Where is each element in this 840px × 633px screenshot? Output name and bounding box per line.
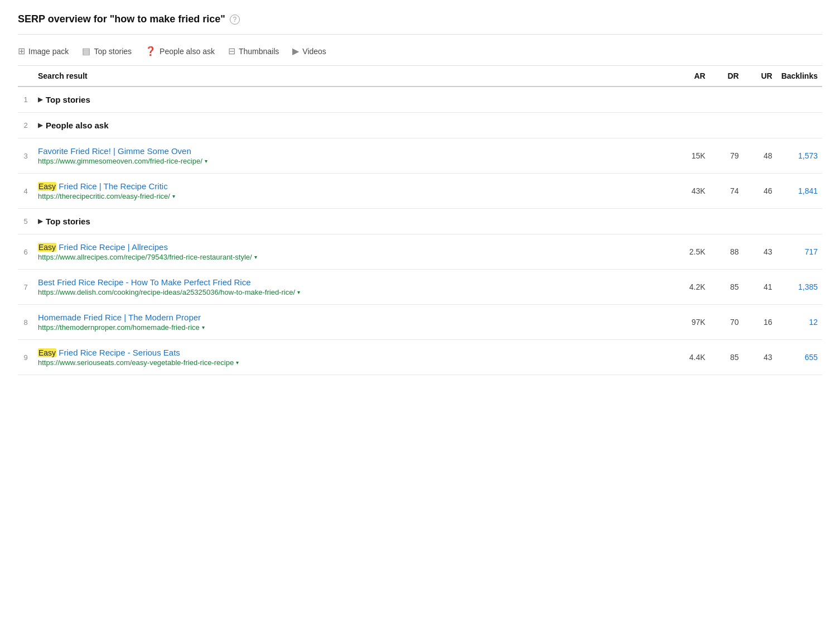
empty-cell — [710, 87, 744, 113]
table-row: 9Easy Fried Rice Recipe - Serious Eatsht… — [18, 340, 822, 375]
videos-icon: ▶ — [292, 46, 299, 56]
ar-cell: 4.2K — [677, 270, 710, 305]
empty-cell — [777, 209, 822, 234]
expand-arrow-icon: ▶ — [38, 218, 42, 225]
result-url: https://www.delish.com/cooking/recipe-id… — [38, 288, 672, 296]
empty-cell — [777, 87, 822, 113]
empty-cell — [710, 113, 744, 138]
ar-cell: 2.5K — [677, 234, 710, 270]
ur-cell: 43 — [744, 234, 777, 270]
result-link[interactable]: Favorite Fried Rice! | Gimme Some Oven — [38, 146, 191, 156]
ur-cell: 48 — [744, 138, 777, 174]
people-also-ask-icon: ❓ — [145, 46, 156, 56]
special-label[interactable]: ▶People also ask — [38, 121, 672, 130]
dr-cell: 74 — [710, 174, 744, 209]
result-link[interactable]: Fried Rice | The Recipe Critic — [56, 181, 168, 191]
result-content: Homemade Fried Rice | The Modern Properh… — [33, 305, 677, 340]
result-content: Easy Fried Rice Recipe - Serious Eatshtt… — [33, 340, 677, 375]
result-link[interactable]: Fried Rice Recipe | Allrecipes — [56, 242, 168, 252]
result-url: https://www.allrecipes.com/recipe/79543/… — [38, 253, 672, 261]
header-divider — [18, 34, 822, 35]
row-number: 6 — [18, 234, 33, 270]
table-row: 8Homemade Fried Rice | The Modern Proper… — [18, 305, 822, 340]
result-title[interactable]: Best Fried Rice Recipe - How To Make Per… — [38, 277, 672, 287]
feature-tab-videos[interactable]: ▶Videos — [292, 46, 326, 56]
result-link[interactable]: Homemade Fried Rice | The Modern Proper — [38, 313, 201, 322]
empty-cell — [677, 87, 710, 113]
feature-tab-thumbnails[interactable]: ⊟Thumbnails — [228, 46, 279, 56]
col-header-ur: UR — [744, 66, 777, 87]
result-title[interactable]: Easy Fried Rice | The Recipe Critic — [38, 181, 672, 191]
thumbnails-icon: ⊟ — [228, 46, 235, 56]
table-header-row: Search result AR DR UR Backlinks — [18, 66, 822, 87]
special-label-text: People also ask — [46, 121, 109, 130]
empty-cell — [710, 209, 744, 234]
row-number: 4 — [18, 174, 33, 209]
result-url: https://therecipecritic.com/easy-fried-r… — [38, 192, 672, 200]
ur-cell: 16 — [744, 305, 777, 340]
table-row: 4Easy Fried Rice | The Recipe Critichttp… — [18, 174, 822, 209]
row-number: 9 — [18, 340, 33, 375]
image-pack-icon: ⊞ — [18, 46, 25, 56]
result-title[interactable]: Homemade Fried Rice | The Modern Proper — [38, 313, 672, 322]
row-number: 8 — [18, 305, 33, 340]
table-row: 7Best Fried Rice Recipe - How To Make Pe… — [18, 270, 822, 305]
keyword-highlight: Easy — [38, 243, 56, 252]
backlinks-cell: 12 — [777, 305, 822, 340]
result-url: https://www.gimmesomeoven.com/fried-rice… — [38, 157, 672, 165]
result-url: https://www.seriouseats.com/easy-vegetab… — [38, 358, 672, 367]
url-text: https://therecipecritic.com/easy-fried-r… — [38, 192, 170, 200]
col-header-dr: DR — [710, 66, 744, 87]
empty-cell — [677, 209, 710, 234]
row-number: 3 — [18, 138, 33, 174]
result-title[interactable]: Easy Fried Rice Recipe - Serious Eats — [38, 348, 672, 357]
url-dropdown-icon[interactable]: ▾ — [297, 289, 300, 295]
result-content: Easy Fried Rice | The Recipe Critichttps… — [33, 174, 677, 209]
feature-tab-top-stories[interactable]: ▤Top stories — [82, 46, 132, 56]
feature-tab-people-also-ask[interactable]: ❓People also ask — [145, 46, 215, 56]
result-title[interactable]: Easy Fried Rice Recipe | Allrecipes — [38, 242, 672, 252]
backlinks-cell: 655 — [777, 340, 822, 375]
result-link[interactable]: Fried Rice Recipe - Serious Eats — [56, 348, 180, 357]
url-dropdown-icon[interactable]: ▾ — [205, 158, 207, 164]
special-row-content: ▶People also ask — [33, 113, 677, 138]
dr-cell: 85 — [710, 340, 744, 375]
ar-cell: 97K — [677, 305, 710, 340]
backlinks-cell: 717 — [777, 234, 822, 270]
url-text: https://themodernproper.com/homemade-fri… — [38, 323, 200, 332]
col-header-search-result: Search result — [33, 66, 677, 87]
result-content: Best Fried Rice Recipe - How To Make Per… — [33, 270, 677, 305]
feature-tab-image-pack[interactable]: ⊞Image pack — [18, 46, 69, 56]
url-text: https://www.seriouseats.com/easy-vegetab… — [38, 358, 234, 367]
image-pack-label: Image pack — [28, 47, 69, 56]
ur-cell: 43 — [744, 340, 777, 375]
special-label[interactable]: ▶Top stories — [38, 217, 672, 226]
videos-label: Videos — [302, 47, 326, 56]
ar-cell: 4.4K — [677, 340, 710, 375]
empty-cell — [744, 113, 777, 138]
result-title[interactable]: Favorite Fried Rice! | Gimme Some Oven — [38, 146, 672, 156]
result-link[interactable]: Best Fried Rice Recipe - How To Make Per… — [38, 277, 251, 287]
col-header-backlinks: Backlinks — [777, 66, 822, 87]
special-label-text: Top stories — [46, 217, 90, 226]
help-icon[interactable]: ? — [230, 15, 240, 25]
ar-cell: 15K — [677, 138, 710, 174]
result-url: https://themodernproper.com/homemade-fri… — [38, 323, 672, 332]
row-number: 7 — [18, 270, 33, 305]
page-title: SERP overview for "how to make fried ric… — [18, 13, 225, 25]
special-row-content: ▶Top stories — [33, 209, 677, 234]
result-content: Favorite Fried Rice! | Gimme Some Ovenht… — [33, 138, 677, 174]
empty-cell — [744, 209, 777, 234]
special-label[interactable]: ▶Top stories — [38, 95, 672, 104]
special-row-content: ▶Top stories — [33, 87, 677, 113]
backlinks-cell: 1,385 — [777, 270, 822, 305]
url-dropdown-icon[interactable]: ▾ — [236, 359, 239, 366]
url-dropdown-icon[interactable]: ▾ — [254, 254, 257, 260]
dr-cell: 70 — [710, 305, 744, 340]
url-dropdown-icon[interactable]: ▾ — [172, 193, 175, 199]
url-text: https://www.gimmesomeoven.com/fried-rice… — [38, 157, 202, 165]
people-also-ask-label: People also ask — [160, 47, 215, 56]
url-dropdown-icon[interactable]: ▾ — [202, 324, 205, 330]
top-stories-label: Top stories — [94, 47, 132, 56]
backlinks-cell: 1,573 — [777, 138, 822, 174]
